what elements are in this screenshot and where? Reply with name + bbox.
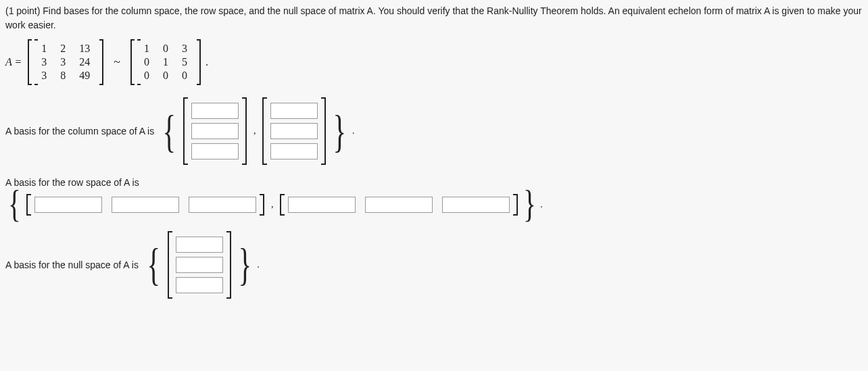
column-vector-2 [262, 97, 326, 165]
tilde-symbol: ~ [114, 55, 120, 70]
null-space-label: A basis for the null space of A is [5, 259, 139, 270]
echelon-cell: 0 [137, 55, 156, 69]
colspace-v2-entry2[interactable] [270, 123, 318, 139]
colspace-v2-entry3[interactable] [270, 143, 318, 159]
nullspace-v1-entry2[interactable] [176, 257, 223, 273]
period: . [206, 56, 208, 68]
comma: , [271, 199, 274, 210]
null-space-row: A basis for the null space of A is { } . [5, 231, 863, 299]
matrix-A-cell: 3 [34, 55, 53, 69]
nullspace-v1-entry3[interactable] [176, 277, 223, 293]
matrix-A-cell: 3 [34, 69, 53, 82]
row-space-label: A basis for the row space of A is [5, 177, 859, 188]
column-space-row: A basis for the column space of A is { ,… [5, 97, 863, 165]
echelon-cell: 0 [156, 42, 175, 55]
row-space-block: A basis for the row space of A is { , } … [5, 177, 863, 216]
brace-open: { [8, 193, 21, 216]
matrix-A-cell: 3 [53, 55, 72, 69]
colspace-v2-entry1[interactable] [270, 103, 318, 119]
echelon-cell: 5 [175, 55, 194, 69]
rowspace-v1-entry1[interactable] [34, 197, 102, 213]
matrix-A-cell: 49 [72, 69, 97, 82]
echelon-cell: 1 [137, 42, 156, 55]
period: . [257, 259, 260, 270]
matrix-A: 1213 3324 3849 [28, 39, 103, 85]
brace-close: } [523, 193, 536, 216]
brace-open: { [163, 118, 176, 145]
column-space-label: A basis for the column space of A is [5, 126, 154, 137]
comma: , [254, 126, 256, 137]
echelon-cell: 0 [137, 69, 156, 82]
echelon-cell: 3 [175, 42, 194, 55]
rowspace-v2-entry1[interactable] [288, 197, 356, 213]
echelon-cell: 0 [175, 69, 194, 82]
row-vector-2 [280, 194, 518, 216]
echelon-matrix: 103 015 000 [130, 39, 201, 85]
brace-close: } [238, 251, 251, 278]
colspace-v1-entry1[interactable] [191, 103, 239, 119]
rowspace-v1-entry2[interactable] [112, 197, 179, 213]
period: . [540, 199, 543, 210]
row-vector-1 [26, 194, 264, 216]
matrix-equation: A = 1213 3324 3849 ~ 103 015 000 . [5, 39, 863, 85]
column-vector-1 [183, 97, 247, 165]
rowspace-v2-entry3[interactable] [442, 197, 510, 213]
matrix-A-cell: 1 [34, 42, 53, 55]
question-text: (1 point) Find bases for the column spac… [5, 4, 863, 32]
echelon-cell: 0 [156, 69, 175, 82]
period: . [352, 126, 355, 137]
colspace-v1-entry3[interactable] [191, 143, 239, 159]
matrix-A-cell: 24 [72, 55, 97, 69]
brace-open: { [147, 251, 160, 278]
colspace-v1-entry2[interactable] [191, 123, 239, 139]
echelon-cell: 1 [156, 55, 175, 69]
rowspace-v2-entry2[interactable] [365, 197, 433, 213]
brace-close: } [333, 118, 347, 145]
matrix-A-label: A = [5, 56, 22, 68]
nullspace-v1-entry1[interactable] [176, 237, 223, 253]
matrix-A-cell: 2 [53, 42, 72, 55]
matrix-A-cell: 13 [72, 42, 97, 55]
matrix-A-cell: 8 [53, 69, 72, 82]
rowspace-v1-entry3[interactable] [189, 197, 256, 213]
null-vector-1 [168, 231, 231, 299]
